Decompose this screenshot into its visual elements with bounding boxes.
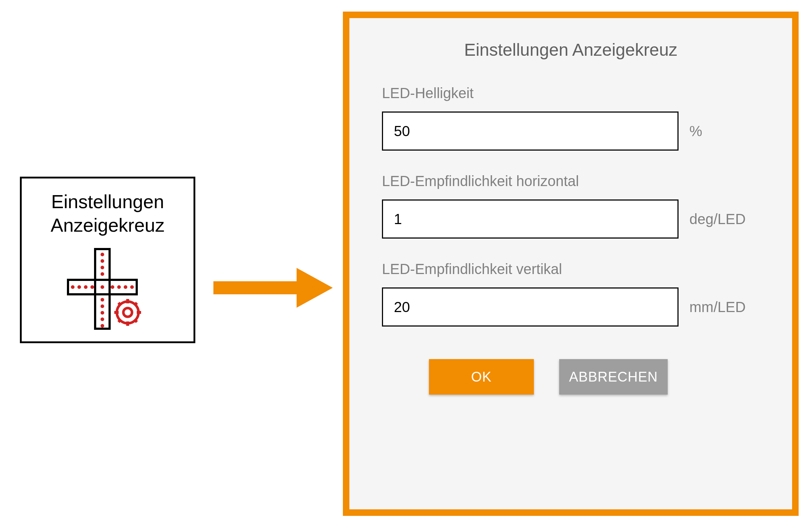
settings-crosshair-dialog: Einstellungen Anzeigekreuz LED-Helligkei… <box>343 12 799 516</box>
svg-point-9 <box>101 272 104 276</box>
ok-button[interactable]: OK <box>429 359 534 395</box>
sensitivity-vertical-input[interactable] <box>382 287 679 327</box>
svg-point-11 <box>101 298 104 302</box>
svg-point-15 <box>101 324 104 328</box>
svg-point-17 <box>77 285 81 289</box>
svg-point-20 <box>111 285 114 289</box>
svg-point-22 <box>124 285 127 289</box>
svg-point-19 <box>90 285 94 289</box>
icon-card-title: Einstellungen Anzeigekreuz <box>51 190 165 237</box>
field-group-sensitivity-vertical: LED-Empfindlichkeit vertikal mm/LED <box>382 261 770 327</box>
svg-point-13 <box>101 311 104 315</box>
svg-point-16 <box>71 285 75 289</box>
brightness-unit: % <box>689 123 702 139</box>
brightness-label: LED-Helligkeit <box>382 85 770 101</box>
icon-title-line1: Einstellungen <box>51 191 164 212</box>
svg-rect-28 <box>126 321 129 326</box>
sensitivity-vertical-label: LED-Empfindlichkeit vertikal <box>382 261 770 277</box>
svg-point-18 <box>84 285 88 289</box>
cancel-button[interactable]: ABBRECHEN <box>559 359 668 395</box>
svg-point-8 <box>101 266 104 269</box>
dialog-button-row: OK ABBRECHEN <box>429 359 770 395</box>
svg-point-12 <box>101 304 104 308</box>
crosshair-gear-icon <box>66 247 149 331</box>
field-group-sensitivity-horizontal: LED-Empfindlichkeit horizontal deg/LED <box>382 173 770 239</box>
svg-point-21 <box>117 285 121 289</box>
svg-point-7 <box>101 259 104 263</box>
svg-point-14 <box>101 317 104 321</box>
sensitivity-horizontal-label: LED-Empfindlichkeit horizontal <box>382 173 770 189</box>
dialog-title: Einstellungen Anzeigekreuz <box>371 40 770 60</box>
svg-point-6 <box>101 253 104 256</box>
arrow-right-icon <box>213 268 333 308</box>
svg-rect-27 <box>126 299 129 303</box>
sensitivity-vertical-unit: mm/LED <box>689 299 746 315</box>
svg-rect-29 <box>114 311 119 314</box>
svg-point-10 <box>101 285 104 289</box>
field-group-brightness: LED-Helligkeit % <box>382 85 770 151</box>
svg-rect-30 <box>137 311 141 314</box>
svg-point-23 <box>130 285 134 289</box>
settings-crosshair-card[interactable]: Einstellungen Anzeigekreuz <box>20 177 195 343</box>
sensitivity-horizontal-unit: deg/LED <box>689 211 746 227</box>
icon-title-line2: Anzeigekreuz <box>51 215 165 236</box>
brightness-input[interactable] <box>382 111 679 151</box>
sensitivity-horizontal-input[interactable] <box>382 199 679 239</box>
